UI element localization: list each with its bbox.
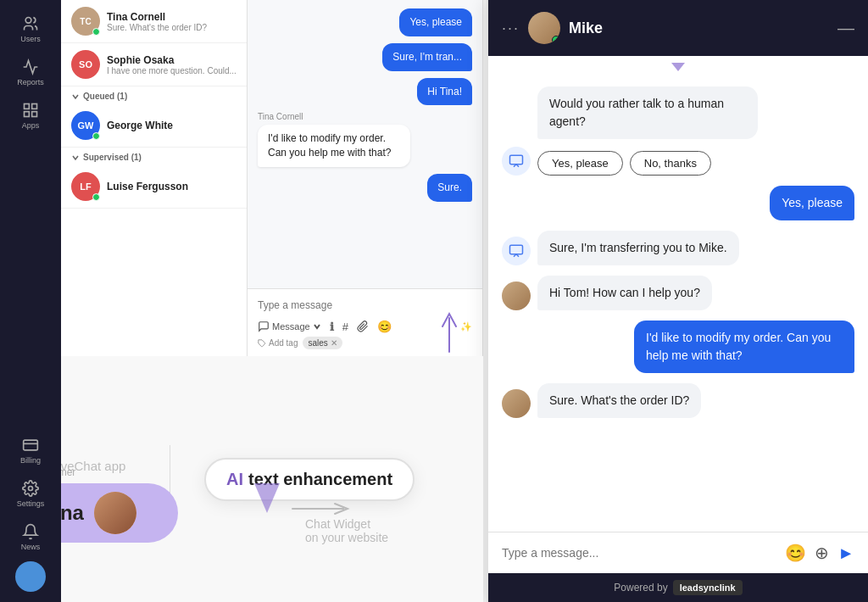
mobile-chat-input[interactable] [502, 546, 776, 560]
message-sender: Tina Cornell [258, 112, 410, 121]
chat-list-item-tina[interactable]: TC Tina Cornell Sure. What's the order I… [61, 0, 247, 43]
sidebar-item-apps[interactable]: Apps [7, 97, 54, 135]
chevron-down-icon-2 [71, 153, 80, 162]
mobile-chat-messages: Would you rather talk to a human agent? … [488, 73, 868, 532]
info-btn[interactable]: ℹ [330, 321, 334, 333]
mobile-chat-widget: ··· Mike — Would you rather talk to a hu… [487, 0, 868, 602]
main-chat-messages: Yes, please Sure, I'm tran... Hi Tina! T… [248, 0, 482, 288]
arrow-indicator [488, 56, 868, 73]
paperclip-icon [357, 321, 369, 332]
send-btn-mobile[interactable]: ► [837, 543, 854, 563]
gear-icon [22, 480, 39, 497]
ai-badge: AI text enhancement [204, 458, 415, 501]
svg-rect-1 [25, 104, 30, 109]
attach-btn[interactable] [357, 321, 369, 332]
mike-bubble-hello: Hi Tom! How can I help you? [537, 276, 712, 310]
chat-list-panel: TC Tina Cornell Sure. What's the order I… [61, 0, 248, 356]
mobile-agent-avatar [528, 12, 560, 44]
sidebar-item-users[interactable]: Users [7, 10, 54, 48]
svg-rect-2 [32, 104, 37, 109]
chat-list-item-george[interactable]: GW George White [61, 104, 247, 148]
up-arrow-annotation [437, 305, 462, 360]
mike-avatar-2 [502, 389, 531, 418]
powered-by-text: Powered by [614, 582, 667, 594]
message-bubble-hitina: Hi Tina! [417, 78, 472, 106]
message-row-sure2: Sure. [258, 174, 472, 202]
main-chat-panel: Yes, please Sure, I'm tran... Hi Tina! T… [248, 0, 483, 356]
chat-list-item-sophie[interactable]: SO Sophie Osaka I have one more question… [61, 43, 247, 86]
tag-remove-btn[interactable]: ✕ [331, 338, 337, 348]
avatar-luise: LF [71, 172, 100, 201]
mobile-menu-dots[interactable]: ··· [502, 20, 520, 37]
user-avatar[interactable] [15, 561, 46, 592]
choice-buttons: Yes, please No, thanks [537, 151, 758, 176]
chevron-down-icon-3 [313, 322, 321, 331]
bell-icon [22, 523, 39, 540]
ai-btn[interactable]: ✨ [460, 321, 472, 332]
emoji-btn[interactable]: 😊 [377, 320, 392, 333]
sidebar-item-billing[interactable]: Billing [7, 432, 54, 470]
chat-preview-tina: Sure. What's the order ID? [107, 23, 236, 32]
section-queued: Queued (1) [61, 86, 247, 104]
sidebar: Users Reports Apps Billing Settings News [0, 0, 61, 602]
online-indicator-george [92, 132, 100, 140]
add-btn-mobile[interactable]: ⊕ [815, 543, 829, 563]
purple-triangle-arrow [246, 475, 288, 521]
bot-bubble-transferring: Sure, I'm transferring you to Mike. [537, 231, 739, 265]
mike-order-id-row: Sure. What's the order ID? [502, 383, 854, 418]
add-tag-btn[interactable]: Add tag [258, 338, 298, 348]
mike-avatar [502, 281, 531, 310]
bot-icon [509, 153, 524, 169]
sidebar-item-news-label: News [21, 543, 41, 551]
message-btn[interactable]: Message [258, 321, 321, 332]
message-bubble-sure: Sure, I'm tran... [382, 43, 472, 71]
sidebar-item-apps-label: Apps [22, 121, 40, 130]
chat-info-tina: Tina Cornell Sure. What's the order ID? [107, 11, 236, 32]
message-row-yes: Yes, please [258, 8, 472, 36]
up-arrow-icon [437, 305, 462, 356]
customer-face-avatar [94, 492, 136, 534]
sidebar-item-settings[interactable]: Settings [7, 475, 54, 513]
chat-info-luise: Luise Fergusson [107, 181, 236, 192]
mike-bubble-orderid: Sure. What's the order ID? [537, 383, 701, 418]
widget-text-label: Chat Widget on your website [305, 517, 388, 544]
chevron-down-icon [71, 92, 80, 101]
chat-info-sophie: Sophie Osaka I have one more question. C… [107, 54, 236, 75]
emoji-btn-mobile[interactable]: 😊 [785, 543, 806, 563]
message-bubble-sure2: Sure. [427, 174, 472, 202]
mobile-bubble-yes: Yes, please [770, 186, 854, 220]
choice-yes-btn[interactable]: Yes, please [537, 151, 623, 176]
svg-rect-9 [510, 155, 523, 164]
mobile-agent-name: Mike [569, 20, 829, 37]
tag-icon [258, 339, 266, 348]
mike-message-row: Hi Tom! How can I help you? [502, 276, 854, 310]
svg-rect-3 [25, 112, 30, 117]
bot-avatar [502, 147, 531, 176]
avatar-george: GW [71, 111, 100, 140]
message-bubble-yes: Yes, please [399, 8, 472, 36]
bot-message-row: Would you rather talk to a human agent? … [502, 86, 854, 176]
choice-no-btn[interactable]: No, thanks [630, 151, 711, 176]
reports-icon [22, 59, 39, 75]
minimize-btn[interactable]: — [837, 19, 854, 38]
sidebar-item-users-label: Users [20, 35, 41, 43]
apps-icon [22, 102, 39, 119]
mobile-bubble-modify: I'd like to modify my order. Can you hel… [634, 321, 854, 373]
chat-name-luise: Luise Fergusson [107, 181, 236, 192]
svg-rect-4 [32, 112, 37, 117]
chat-name-george: George White [107, 120, 236, 131]
bot-bubble-transfer-question: Would you rather talk to a human agent? [537, 86, 758, 139]
message-bubble-tina: I'd like to modify my order. Can you hel… [258, 125, 410, 167]
sidebar-item-news[interactable]: News [7, 518, 54, 556]
powered-badge: leadsynclink [673, 580, 743, 595]
message-row-sure: Sure, I'm tran... [258, 43, 472, 71]
mobile-msg-yes-please: Yes, please [502, 186, 854, 220]
message-row-tina-modify: Tina Cornell I'd like to modify my order… [258, 112, 472, 167]
billing-icon [22, 437, 39, 454]
sidebar-item-reports[interactable]: Reports [7, 53, 54, 92]
chat-list-item-luise[interactable]: LF Luise Fergusson [61, 165, 247, 209]
hashtag-btn[interactable]: # [342, 321, 348, 333]
svg-point-0 [25, 18, 31, 24]
down-arrow-icon [670, 59, 687, 73]
svg-rect-10 [510, 245, 523, 254]
